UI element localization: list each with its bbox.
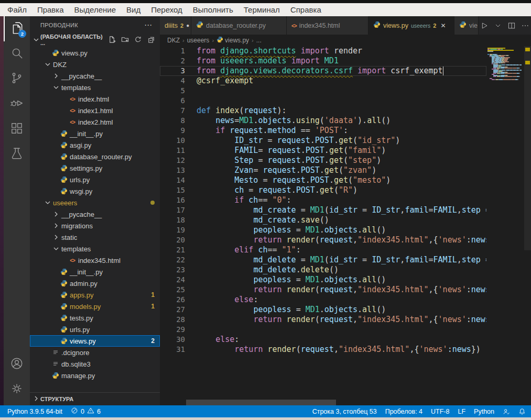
menu-item-edit[interactable]: Правка [32, 5, 69, 14]
tab-label: index345.html [299, 22, 340, 29]
vertical-scrollbar[interactable] [524, 46, 531, 250]
tree-item-index2.html[interactable]: <> index2.html [30, 116, 160, 128]
activitybar-account[interactable] [4, 352, 30, 377]
refresh-icon[interactable] [133, 35, 143, 45]
menu-item-go[interactable]: Переход [146, 5, 188, 14]
tree-item-templates[interactable]: templates [30, 243, 160, 255]
tree-item-useeers[interactable]: useeers [30, 197, 160, 208]
activitybar-extensions[interactable] [4, 117, 30, 142]
code-line-18: 18 md_create.save() [160, 215, 486, 225]
tab-index345.html[interactable]: <> index345.html [287, 16, 369, 35]
tree-item-label: static [61, 234, 77, 241]
code-editor[interactable]: 1from django.shortcuts import render 2fr… [160, 46, 531, 405]
status-encoding[interactable]: UTF-8 [431, 408, 449, 415]
vscode-window: ФайлПравкаВыделениеВидПереходВыполнитьТе… [0, 0, 531, 420]
tree-item-settings.py[interactable]: settings.py [30, 162, 160, 174]
new-folder-icon[interactable] [120, 35, 129, 45]
activitybar-run-debug[interactable] [4, 92, 30, 117]
tree-item-models.py[interactable]: models.py 1 [30, 301, 160, 312]
tree-item-label: DKZ [53, 61, 67, 69]
tree-item-apps.py[interactable]: apps.py 1 [30, 289, 160, 301]
tree-item-asgi.py[interactable]: asgi.py [30, 139, 160, 151]
status-cursor-position[interactable]: Строка 3, столбец 53 [312, 408, 377, 415]
code-line-9: 9 if request.method == 'POST': [160, 126, 486, 136]
html-file-icon: <> [291, 22, 297, 29]
code-line-31: 31 return render(request,"index345.html"… [160, 345, 486, 355]
tree-item-views.py[interactable]: views.py 2 [30, 335, 160, 347]
tree-item-__init__.py[interactable]: __init__.py [30, 128, 160, 139]
tree-item-index1.html[interactable]: <> index1.html [30, 105, 160, 116]
line-number: 28 [160, 315, 185, 325]
breadcrumb-item[interactable]: DKZ [167, 37, 180, 44]
tree-item-urls.py[interactable]: urls.py [30, 324, 160, 335]
tree-item-tests.py[interactable]: tests.py [30, 312, 160, 324]
notifications-bell-icon[interactable] [518, 408, 526, 415]
tree-item-db.sqlite3[interactable]: db.sqlite3 [30, 358, 160, 370]
problems-badge: 1 [151, 291, 155, 299]
horizontal-scrollbar[interactable] [186, 400, 336, 405]
tab-database_roouter.py[interactable]: database_roouter.py [191, 16, 287, 35]
structure-section-header[interactable]: СТРУКТУРА [30, 392, 160, 405]
status-eol[interactable]: LF [458, 408, 465, 415]
breadcrumb-item[interactable]: useeers [187, 37, 210, 44]
feedback-icon[interactable] [503, 408, 510, 415]
more-actions-icon[interactable] [519, 20, 531, 31]
status-language-mode[interactable]: Python [474, 408, 494, 415]
sidebar-header: ПРОВОДНИК ⋯ [30, 16, 160, 34]
minimap[interactable] [486, 47, 524, 80]
close-icon[interactable]: ✕ [440, 22, 446, 29]
tree-item-__pycache__[interactable]: __pycache__ [30, 70, 160, 82]
tree-item-.dcignore[interactable]: .dcignore [30, 347, 160, 358]
run-dropdown-icon[interactable] [492, 20, 504, 31]
tree-item-admin.py[interactable]: admin.py [30, 278, 160, 289]
menu-item-selection[interactable]: Выделение [69, 5, 121, 14]
menu-item-terminal[interactable]: Терминал [239, 5, 285, 14]
tree-item-migrations[interactable]: migrations [30, 220, 160, 231]
tree-item-index345.html[interactable]: <> index345.html [30, 255, 160, 266]
status-problems[interactable]: 0 6 [71, 407, 101, 416]
collapse-all-icon[interactable] [146, 35, 156, 45]
file-tree: views.py DKZ __pycache__ templates <> in… [30, 46, 160, 392]
tree-item-views.py[interactable]: views.py [30, 47, 160, 59]
tree-item-manage.py[interactable]: manage.py [30, 370, 160, 381]
text-file-icon [51, 349, 60, 356]
menu-item-help[interactable]: Справка [285, 5, 327, 14]
line-number: 1 [160, 46, 185, 56]
activitybar-settings[interactable] [4, 377, 30, 402]
run-icon[interactable] [479, 20, 490, 31]
tree-item-static[interactable]: static [30, 231, 160, 243]
breadcrumb-item[interactable]: views.py [225, 37, 249, 44]
new-file-icon[interactable] [107, 35, 116, 45]
tree-item-urls.py[interactable]: urls.py [30, 174, 160, 185]
overview-ruler[interactable] [524, 46, 531, 405]
menu-item-view[interactable]: Вид [121, 5, 146, 14]
text-cursor [443, 67, 444, 75]
tab-views.py[interactable]: views.py useeers 2 ✕ [369, 16, 454, 35]
line-number: 11 [160, 146, 185, 156]
activitybar-source-control[interactable] [4, 67, 30, 92]
tree-item-wsgi.py[interactable]: wsgi.py [30, 185, 160, 197]
tree-item-__pycache__[interactable]: __pycache__ [30, 208, 160, 220]
menu-item-file[interactable]: Файл [2, 5, 32, 14]
explorer-more-actions-icon[interactable]: ⋯ [144, 20, 153, 30]
status-python-interpreter[interactable]: Python 3.9.5 64-bit [7, 408, 62, 415]
workspace-section-header[interactable]: (РАБОЧАЯ ОБЛАСТЬ) ... [30, 34, 160, 46]
status-indentation[interactable]: Пробелов: 4 [385, 408, 422, 415]
breadcrumb-item[interactable]: ... [256, 37, 262, 44]
tree-item-templates[interactable]: templates [30, 82, 160, 93]
breadcrumb-separator: › [211, 37, 215, 43]
tree-item-index.html[interactable]: <> index.html [30, 93, 160, 105]
tree-item-database_roouter.py[interactable]: database_roouter.py [30, 151, 160, 162]
desktop-edge [0, 16, 4, 405]
menu-item-run[interactable]: Выполнить [188, 5, 239, 14]
tree-item-__init__.py[interactable]: __init__.py [30, 266, 160, 278]
activitybar-search[interactable] [4, 41, 30, 67]
tab-vie[interactable]: vie [454, 16, 479, 35]
tab-diiits[interactable]: diiits 2 ● [160, 16, 191, 35]
activitybar-explorer[interactable]: 2 [4, 16, 30, 41]
split-editor-icon[interactable] [506, 20, 517, 31]
activitybar-testing[interactable] [4, 142, 30, 167]
tree-item-DKZ[interactable]: DKZ [30, 59, 160, 70]
tree-item-label: urls.py [70, 176, 90, 184]
python-file-icon [59, 268, 69, 275]
